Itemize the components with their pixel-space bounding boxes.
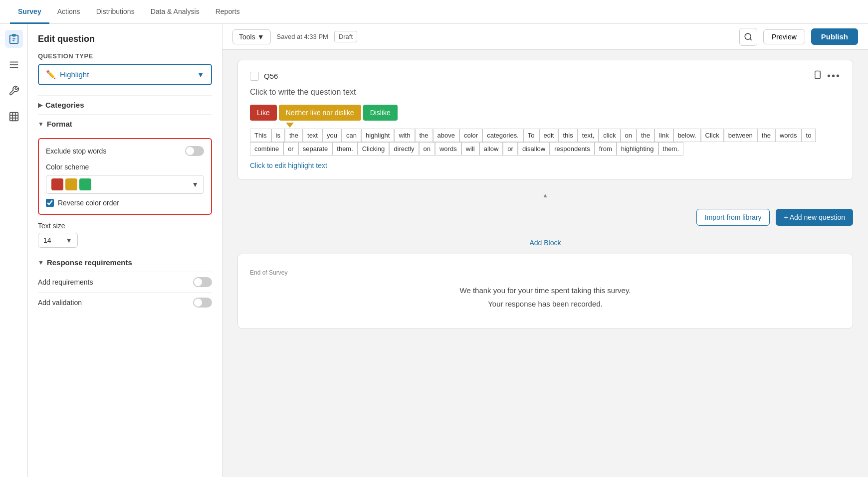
add-requirements-toggle[interactable] bbox=[193, 277, 212, 287]
reverse-color-order-checkbox[interactable] bbox=[46, 199, 54, 207]
highlight-word[interactable]: edit bbox=[539, 129, 559, 142]
highlight-word[interactable]: This bbox=[250, 129, 271, 142]
question-type-dropdown[interactable]: ✏️ Highlight ▼ bbox=[38, 64, 212, 85]
publish-button[interactable]: Publish bbox=[811, 28, 858, 45]
highlight-word[interactable]: allow bbox=[479, 142, 503, 156]
highlight-word[interactable]: from bbox=[595, 142, 617, 156]
tab-actions[interactable]: Actions bbox=[49, 0, 88, 24]
highlight-word[interactable]: text bbox=[303, 129, 322, 142]
color-swatch-green bbox=[79, 178, 91, 190]
highlight-word[interactable]: Click bbox=[701, 129, 724, 142]
draft-badge: Draft bbox=[334, 31, 357, 42]
add-validation-toggle[interactable] bbox=[193, 298, 212, 308]
highlight-word[interactable]: categories. bbox=[482, 129, 523, 142]
sidebar-item-table[interactable] bbox=[5, 108, 23, 126]
import-from-library-button[interactable]: Import from library bbox=[696, 209, 770, 226]
text-size-arrow-icon: ▼ bbox=[65, 236, 72, 244]
highlight-word[interactable]: disallow bbox=[518, 142, 550, 156]
color-scheme-dropdown[interactable]: ▼ bbox=[46, 175, 204, 194]
highlight-word[interactable]: highlighting bbox=[617, 142, 658, 156]
highlight-word[interactable]: you bbox=[322, 129, 342, 142]
highlight-word[interactable]: between bbox=[724, 129, 757, 142]
neutral-button[interactable]: Neither like nor dislike bbox=[279, 105, 361, 121]
exclude-stop-words-row: Exclude stop words bbox=[46, 146, 204, 156]
like-button[interactable]: Like bbox=[250, 105, 277, 121]
tab-survey[interactable]: Survey bbox=[10, 0, 49, 24]
preview-button[interactable]: Preview bbox=[763, 29, 805, 44]
highlight-word[interactable]: or bbox=[503, 142, 518, 156]
highlight-icon: ✏️ bbox=[46, 70, 56, 79]
mobile-icon[interactable] bbox=[813, 70, 822, 82]
highlight-word[interactable]: combine bbox=[250, 142, 283, 156]
add-validation-label: Add validation bbox=[38, 299, 82, 307]
reverse-color-order-row: Reverse color order bbox=[46, 199, 204, 207]
highlight-word[interactable]: below. bbox=[673, 129, 701, 142]
edit-highlight-link[interactable]: Click to edit highlight text bbox=[250, 161, 327, 169]
highlight-word[interactable]: color bbox=[459, 129, 482, 142]
highlight-word[interactable]: with bbox=[394, 129, 415, 142]
highlight-word[interactable]: respondents bbox=[550, 142, 595, 156]
response-requirements-header[interactable]: ▼ Response requirements bbox=[38, 253, 212, 272]
highlight-word[interactable]: the bbox=[757, 129, 775, 142]
highlight-word[interactable]: To bbox=[523, 129, 539, 142]
resp-req-arrow-icon: ▼ bbox=[38, 259, 44, 266]
highlight-text-grid: Thisisthetextyoucanhighlightwiththeabove… bbox=[250, 129, 841, 156]
survey-content: Q56 ••• Click to write the question text… bbox=[222, 50, 868, 338]
add-block-button[interactable]: Add Block bbox=[237, 232, 853, 254]
highlight-word[interactable]: the bbox=[285, 129, 303, 142]
highlight-word[interactable]: separate bbox=[298, 142, 333, 156]
highlight-word[interactable]: words bbox=[435, 142, 461, 156]
highlight-word[interactable]: Clicking bbox=[358, 142, 390, 156]
add-new-question-button[interactable]: + Add new question bbox=[776, 209, 853, 226]
tab-data-analysis[interactable]: Data & Analysis bbox=[143, 0, 208, 24]
dropdown-pointer bbox=[286, 123, 294, 128]
highlight-word[interactable]: is bbox=[271, 129, 285, 142]
highlight-word[interactable]: link bbox=[654, 129, 673, 142]
highlight-word[interactable]: can bbox=[342, 129, 361, 142]
highlight-word[interactable]: them. bbox=[332, 142, 358, 156]
collapse-button[interactable]: ▲ bbox=[237, 188, 853, 203]
question-select-checkbox[interactable] bbox=[250, 72, 259, 81]
recorded-text: Your response has been recorded. bbox=[250, 300, 841, 308]
highlight-word[interactable]: this bbox=[558, 129, 577, 142]
text-size-select[interactable]: 14 ▼ bbox=[38, 233, 78, 248]
highlight-word[interactable]: on bbox=[621, 129, 637, 142]
add-requirements-label: Add requirements bbox=[38, 278, 93, 286]
more-options-icon[interactable]: ••• bbox=[827, 70, 841, 82]
sidebar-item-tool[interactable] bbox=[5, 82, 23, 100]
highlight-word[interactable]: directly bbox=[389, 142, 419, 156]
tools-button[interactable]: Tools ▼ bbox=[232, 29, 271, 44]
question-text[interactable]: Click to write the question text bbox=[250, 88, 841, 97]
format-section-header[interactable]: ▼ Format bbox=[38, 114, 212, 133]
resp-req-label: Response requirements bbox=[47, 258, 132, 267]
highlight-word[interactable]: above bbox=[433, 129, 459, 142]
exclude-stop-words-toggle[interactable] bbox=[185, 146, 204, 156]
color-swatch-red bbox=[51, 178, 63, 190]
search-button[interactable] bbox=[739, 28, 757, 46]
highlight-word[interactable]: words bbox=[775, 129, 802, 142]
add-requirements-row: Add requirements bbox=[38, 272, 212, 292]
tools-arrow-icon: ▼ bbox=[257, 33, 264, 41]
tab-reports[interactable]: Reports bbox=[208, 0, 248, 24]
sidebar-item-list[interactable] bbox=[5, 56, 23, 74]
highlight-word[interactable]: will bbox=[461, 142, 479, 156]
highlight-word[interactable]: the bbox=[415, 129, 433, 142]
dislike-button[interactable]: Dislike bbox=[363, 105, 398, 121]
highlight-word[interactable]: the bbox=[637, 129, 654, 142]
highlight-word[interactable]: to bbox=[802, 129, 816, 142]
question-type-label: Question type bbox=[38, 52, 212, 60]
format-label: Format bbox=[47, 120, 72, 128]
svg-line-12 bbox=[750, 38, 752, 40]
categories-section-header[interactable]: ▶ Categories bbox=[38, 95, 212, 114]
highlight-word[interactable]: on bbox=[419, 142, 435, 156]
highlight-word[interactable]: highlight bbox=[361, 129, 394, 142]
sidebar-item-clipboard[interactable] bbox=[5, 30, 23, 48]
thank-you-text: We thank you for your time spent taking … bbox=[250, 286, 841, 295]
highlight-word[interactable]: or bbox=[283, 142, 298, 156]
end-of-survey-card: End of Survey We thank you for your time… bbox=[237, 254, 853, 328]
highlight-word[interactable]: them. bbox=[658, 142, 684, 156]
text-size-value: 14 bbox=[43, 236, 51, 244]
highlight-word[interactable]: click bbox=[599, 129, 620, 142]
highlight-word[interactable]: text, bbox=[578, 129, 599, 142]
tab-distributions[interactable]: Distributions bbox=[88, 0, 143, 24]
